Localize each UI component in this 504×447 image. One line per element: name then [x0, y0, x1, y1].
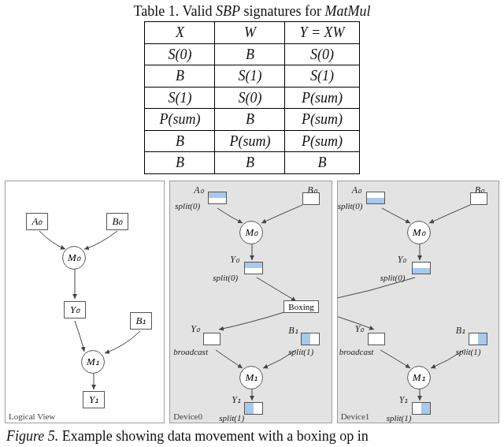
table-number: Table 1. — [134, 3, 180, 19]
table-row: S(1)S(0)P(sum) — [145, 87, 359, 109]
table-row: S(0)BS(0) — [145, 43, 359, 65]
node-B0: B₀ — [106, 213, 128, 230]
tensor-Y0-broadcast — [203, 333, 220, 345]
ann-split0-a: split(0) — [175, 201, 200, 210]
table-title: Table 1. Valid SBP signatures for MatMul — [55, 3, 449, 20]
label-Y0b: Y₀ — [191, 323, 200, 335]
ann-broadcast: broadcast — [173, 347, 208, 356]
ann-split0-y0: split(0) — [213, 273, 238, 282]
col-X: X — [145, 22, 215, 44]
col-W: W — [215, 22, 285, 44]
label-A0: A₀ — [352, 184, 361, 196]
ann-broadcast-d1: broadcast — [339, 347, 374, 356]
node-M1-d1: M₁ — [407, 366, 431, 389]
tensor-A0 — [208, 192, 227, 204]
panel-logical-view: A₀ B₀ M₀ Y₀ B₁ M₁ Y₁ Logical View — [5, 181, 165, 423]
ann-split1-b1: split(1) — [288, 347, 313, 356]
tensor-Y1 — [244, 402, 263, 415]
label-B1-d1: B₁ — [456, 325, 465, 337]
panel-device1: A₀ split(0) B₀ M₀ Y₀ split(0) Y₀ broadca… — [337, 181, 499, 423]
panel-device0: A₀ split(0) B₀ M₀ Y₀ split(0) Boxing Y₀ … — [169, 181, 332, 423]
panel-label: Logical View — [9, 412, 55, 421]
tensor-Y1-d1 — [412, 402, 431, 415]
ann-split1-b1-d1: split(1) — [456, 347, 481, 356]
node-Y0: Y₀ — [64, 301, 86, 318]
label-A0: A₀ — [194, 184, 203, 196]
ann-split0-a-d1: split(0) — [338, 201, 363, 210]
label-B1: B₁ — [288, 325, 298, 337]
node-M1-d0: M₁ — [239, 366, 263, 389]
figure-caption: Figure 5. Example showing data movement … — [0, 423, 504, 445]
table-block: Table 1. Valid SBP signatures for MatMul… — [0, 0, 504, 179]
node-M0-d0: M₀ — [239, 221, 263, 244]
figure-diagram: A₀ B₀ M₀ Y₀ B₁ M₁ Y₁ Logical View A₀ spl… — [0, 179, 504, 423]
table-header-row: X W Y = XW — [145, 22, 359, 44]
tensor-Y0-broadcast-d1 — [368, 333, 385, 345]
tensor-Y0-d1 — [412, 262, 431, 274]
boxing-op: Boxing — [284, 300, 318, 313]
ann-split0-y0-d1: split(0) — [380, 273, 406, 282]
label-Y0b-d1: Y₀ — [355, 323, 365, 335]
node-M0-d1: M₀ — [407, 221, 431, 244]
sbp-table: X W Y = XW S(0)BS(0) BS(1)S(1) S(1)S(0)P… — [144, 21, 359, 174]
label-Y1-d1: Y₁ — [399, 394, 409, 406]
panel-label: Device0 — [173, 412, 202, 421]
label-Y1: Y₁ — [232, 394, 241, 406]
table-row: BP(sum)P(sum) — [145, 130, 359, 152]
node-B1: B₁ — [130, 312, 152, 330]
figure-number: Figure 5. — [6, 428, 58, 444]
col-Y: Y = XW — [285, 22, 359, 44]
ann-split1-y1-d1: split(1) — [387, 413, 412, 423]
tensor-A0-d1 — [366, 192, 385, 204]
tensor-B1 — [301, 333, 320, 345]
node-M1: M₁ — [81, 350, 105, 374]
panel-label: Device1 — [341, 412, 370, 421]
node-M0: M₀ — [62, 246, 86, 270]
node-A0: A₀ — [26, 213, 48, 230]
tensor-B0 — [302, 192, 320, 205]
tensor-B0-d1 — [470, 192, 487, 205]
label-Y0: Y₀ — [230, 254, 239, 266]
tensor-B1-d1 — [469, 333, 487, 345]
label-Y0-d1: Y₀ — [398, 254, 407, 266]
table-row: BBB — [145, 152, 359, 174]
node-Y1: Y₁ — [83, 391, 105, 408]
tensor-Y0 — [244, 262, 263, 274]
table-row: P(sum)BP(sum) — [145, 109, 359, 131]
ann-split1-y1: split(1) — [219, 413, 244, 423]
table-row: BS(1)S(1) — [145, 65, 359, 88]
